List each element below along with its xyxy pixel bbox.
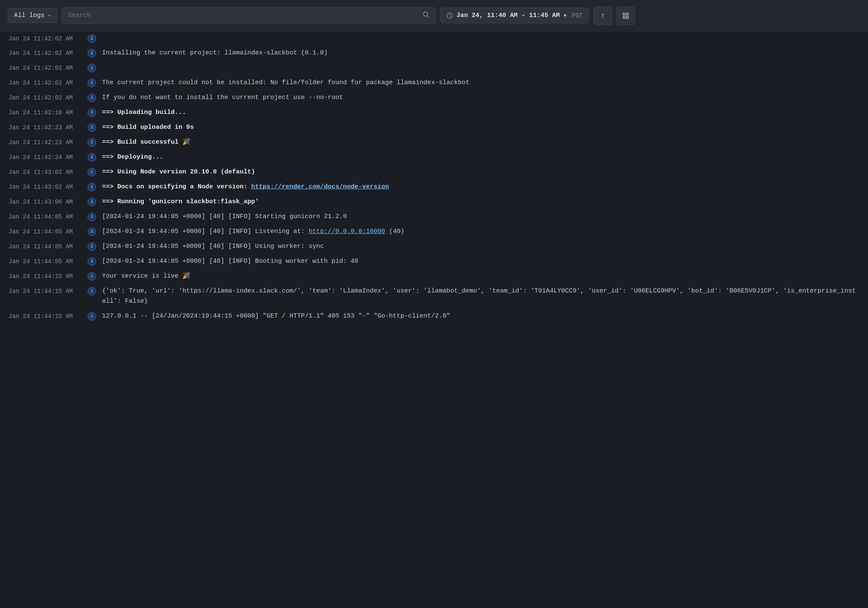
log-timestamp: Jan 24 11:43:06 AM [9, 197, 85, 207]
svg-rect-8 [626, 16, 628, 18]
log-row: Jan 24 11:42:23 AMi==> Build uploaded in… [0, 120, 868, 135]
log-row: Jan 24 11:42:10 AMi==> Uploading build..… [0, 105, 868, 120]
log-message: 127.0.0.1 -- [24/Jan/2024:19:44:15 +0000… [102, 311, 859, 321]
log-row: Jan 24 11:43:02 AMi==> Docs on specifyin… [0, 180, 868, 195]
log-timestamp: Jan 24 11:42:02 AM [9, 34, 85, 43]
datetime-range-button[interactable]: Jan 24, 11:40 AM - 11:45 AM ▾ PST [440, 8, 589, 23]
log-row: Jan 24 11:42:02 AMiIf you do not want to… [0, 91, 868, 105]
log-row: Jan 24 11:42:02 AMi [0, 61, 868, 75]
log-level-icon: i [88, 34, 96, 43]
toolbar: All logs ▾ Jan 24, 11:40 AM - 11:45 AM ▾… [0, 0, 868, 31]
log-message: Your service is live 🎉 [102, 271, 859, 281]
log-level-icon: i [88, 257, 96, 266]
log-row: Jan 24 11:42:02 AMi [0, 31, 868, 46]
log-level-icon: i [88, 242, 96, 251]
log-timestamp: Jan 24 11:44:15 AM [9, 311, 85, 321]
svg-line-1 [427, 16, 428, 17]
log-level-icon: i [88, 64, 96, 72]
log-level-icon: i [88, 312, 96, 321]
log-row: Jan 24 11:44:05 AMi[2024-01-24 19:44:05 … [0, 224, 868, 239]
log-level-icon: i [88, 168, 96, 176]
search-icon [423, 11, 429, 20]
log-level-icon: i [88, 272, 96, 281]
log-timestamp: Jan 24 11:42:10 AM [9, 108, 85, 117]
svg-line-4 [450, 16, 451, 17]
log-row: Jan 24 11:42:02 AMiInstalling the curren… [0, 46, 868, 61]
log-timestamp: Jan 24 11:44:05 AM [9, 241, 85, 251]
log-row: Jan 24 11:43:06 AMi==> Running 'gunicorn… [0, 195, 868, 210]
log-row: Jan 24 11:42:24 AMi==> Deploying... [0, 150, 868, 165]
log-level-icon: i [88, 213, 96, 221]
search-input[interactable] [68, 12, 418, 19]
log-timestamp: Jan 24 11:44:15 AM [9, 286, 85, 296]
log-message: [2024-01-24 19:44:05 +0000] [40] [INFO] … [102, 241, 859, 252]
log-message: ==> Build successful 🎉 [102, 137, 859, 148]
log-level-icon: i [88, 108, 96, 117]
log-level-icon: i [88, 287, 96, 295]
log-row: Jan 24 11:44:05 AMi[2024-01-24 19:44:05 … [0, 210, 868, 224]
datetime-chevron-icon: ▾ [563, 11, 567, 20]
log-timestamp: Jan 24 11:43:02 AM [9, 167, 85, 177]
log-timestamp: Jan 24 11:44:05 AM [9, 212, 85, 222]
log-message: ==> Using Node version 20.10.0 (default) [102, 167, 859, 177]
expand-icon [623, 12, 629, 20]
log-timestamp: Jan 24 11:42:23 AM [9, 137, 85, 147]
log-message: ==> Deploying... [102, 152, 859, 162]
log-level-icon: i [88, 79, 96, 87]
log-row: Jan 24 11:43:02 AMi==> Using Node versio… [0, 165, 868, 180]
log-link[interactable]: https://render.com/docs/node-version [251, 183, 389, 190]
log-level-icon: i [88, 94, 96, 102]
log-area: Jan 24 11:42:02 AMiJan 24 11:42:02 AMiIn… [0, 31, 868, 324]
log-level-icon: i [88, 49, 96, 57]
log-timestamp: Jan 24 11:44:05 AM [9, 227, 85, 236]
upload-button[interactable]: ↑ [593, 6, 612, 25]
log-message: ==> Build uploaded in 9s [102, 122, 859, 133]
log-level-icon: i [88, 153, 96, 162]
all-logs-label: All logs [14, 12, 45, 19]
log-row: Jan 24 11:44:15 AMi{'ok': True, 'url': '… [0, 284, 868, 309]
log-message: Installing the current project: llamaind… [102, 48, 859, 58]
log-timestamp: Jan 24 11:42:02 AM [9, 93, 85, 102]
log-level-icon: i [88, 198, 96, 206]
log-message: ==> Docs on specifying a Node version: h… [102, 182, 859, 192]
datetime-label: Jan 24, 11:40 AM - 11:45 AM [457, 12, 560, 19]
clock-icon [446, 12, 453, 19]
log-row: Jan 24 11:44:05 AMi[2024-01-24 19:44:05 … [0, 239, 868, 254]
log-timestamp: Jan 24 11:42:24 AM [9, 152, 85, 162]
log-timestamp: Jan 24 11:42:02 AM [9, 78, 85, 88]
all-logs-button[interactable]: All logs ▾ [8, 8, 57, 23]
log-row: Jan 24 11:44:15 AMiYour service is live … [0, 269, 868, 284]
log-row: Jan 24 11:44:15 AMi127.0.0.1 -- [24/Jan/… [0, 309, 868, 324]
svg-rect-6 [626, 13, 628, 15]
timezone-label: PST [572, 12, 583, 19]
log-level-icon: i [88, 138, 96, 147]
expand-button[interactable] [616, 6, 635, 25]
log-message: The current project could not be install… [102, 78, 859, 88]
log-row: Jan 24 11:44:05 AMi[2024-01-24 19:44:05 … [0, 254, 868, 269]
log-timestamp: Jan 24 11:44:05 AM [9, 256, 85, 266]
svg-rect-7 [623, 16, 625, 18]
log-timestamp: Jan 24 11:42:02 AM [9, 63, 85, 73]
log-level-icon: i [88, 123, 96, 132]
log-row: Jan 24 11:42:23 AMi==> Build successful … [0, 135, 868, 150]
log-message: ==> Running 'gunicorn slackbot:flask_app… [102, 197, 859, 207]
log-level-icon: i [88, 227, 96, 236]
log-row: Jan 24 11:42:02 AMiThe current project c… [0, 76, 868, 91]
log-timestamp: Jan 24 11:43:02 AM [9, 182, 85, 192]
log-message: [2024-01-24 19:44:05 +0000] [48] [INFO] … [102, 256, 859, 267]
upload-icon: ↑ [601, 11, 604, 20]
log-timestamp: Jan 24 11:42:02 AM [9, 48, 85, 58]
svg-rect-5 [623, 13, 625, 15]
log-message: {'ok': True, 'url': 'https://llama-index… [102, 286, 859, 307]
chevron-down-icon: ▾ [48, 13, 51, 18]
log-message: [2024-01-24 19:44:05 +0000] [40] [INFO] … [102, 227, 859, 237]
log-message: ==> Uploading build... [102, 108, 859, 118]
log-timestamp: Jan 24 11:44:15 AM [9, 271, 85, 281]
log-timestamp: Jan 24 11:42:23 AM [9, 122, 85, 132]
log-message: If you do not want to install the curren… [102, 93, 859, 103]
search-container [62, 7, 436, 24]
log-link[interactable]: http://0.0.0.0:10000 [309, 228, 385, 235]
log-message: [2024-01-24 19:44:05 +0000] [40] [INFO] … [102, 212, 859, 222]
log-level-icon: i [88, 183, 96, 191]
